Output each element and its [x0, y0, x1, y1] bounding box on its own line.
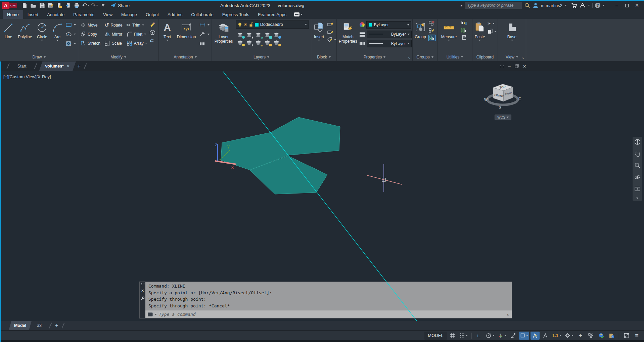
- collapse-search-icon[interactable]: ▸: [461, 4, 463, 7]
- annotation-autoscale-toggle[interactable]: [541, 332, 550, 340]
- edit-attributes-icon[interactable]: [327, 37, 333, 42]
- grid-display-toggle[interactable]: [448, 332, 457, 340]
- isometric-drafting-toggle[interactable]: [497, 332, 507, 340]
- polar-caret[interactable]: [493, 335, 495, 336]
- paste-button[interactable]: Paste: [474, 20, 485, 53]
- layer-on-bulb-icon[interactable]: [238, 22, 242, 27]
- scale-button[interactable]: Scale: [104, 40, 123, 46]
- annotation-visibility-toggle[interactable]: [531, 332, 540, 340]
- layer-dropdown-caret[interactable]: [305, 24, 307, 25]
- cut-icon[interactable]: ✂: [488, 21, 492, 26]
- layer-isolate-button[interactable]: [246, 32, 253, 38]
- table-button[interactable]: [199, 39, 210, 48]
- arc-button[interactable]: Arc: [52, 20, 63, 53]
- linetype-dropdown[interactable]: ByLayer: [367, 40, 412, 47]
- leader-button[interactable]: [199, 30, 210, 38]
- wcs-button[interactable]: WCS: [495, 115, 511, 120]
- erase-icon[interactable]: [149, 21, 156, 28]
- clean-screen-button[interactable]: [622, 332, 631, 340]
- modify-panel-label[interactable]: Modify: [78, 53, 158, 61]
- dim-linear-button[interactable]: [199, 20, 210, 29]
- dimension-button[interactable]: Dimension: [176, 20, 197, 53]
- drawing-controls-grip[interactable]: [500, 65, 504, 67]
- command-window-grip[interactable]: [141, 283, 144, 286]
- undo-dropdown-caret[interactable]: [87, 5, 89, 6]
- layout-tab-a3[interactable]: a3: [32, 321, 47, 330]
- annotation-scale-caret[interactable]: [559, 335, 561, 336]
- line-button[interactable]: Line: [2, 20, 15, 53]
- match-properties-button[interactable]: Match Properties: [339, 20, 357, 53]
- tab-manage[interactable]: Manage: [117, 10, 141, 19]
- help-icon[interactable]: ?: [595, 3, 600, 8]
- tab-home[interactable]: Home: [3, 10, 23, 19]
- hatch-button[interactable]: [65, 39, 76, 48]
- model-space-toggle[interactable]: MODEL: [424, 332, 447, 340]
- isolate-objects-button[interactable]: [586, 332, 595, 340]
- tab-add-ins[interactable]: Add-ins: [163, 10, 187, 19]
- tab-view[interactable]: View: [99, 10, 117, 19]
- create-block-icon[interactable]: [327, 22, 334, 27]
- layer-freeze-button[interactable]: ❄: [255, 32, 262, 38]
- utilities-panel-label[interactable]: Utilities: [438, 53, 472, 61]
- new-drawing-tab-button[interactable]: +: [76, 63, 82, 70]
- layer-thaw-button[interactable]: ☀: [255, 40, 262, 46]
- undo-button[interactable]: ↶: [82, 1, 90, 10]
- viewport-controls-label[interactable]: [−][Custom View][X-Ray]: [3, 74, 51, 79]
- layer-match-button[interactable]: [273, 40, 280, 46]
- dim-linear-caret[interactable]: [208, 24, 210, 26]
- snap-caret[interactable]: [466, 335, 468, 336]
- fillet-button[interactable]: Fillet: [127, 31, 147, 37]
- command-prompt-icon[interactable]: [148, 312, 153, 316]
- groups-panel-label[interactable]: Groups: [413, 53, 437, 61]
- arc-dropdown-caret[interactable]: [56, 40, 58, 41]
- array-button[interactable]: Array: [127, 40, 147, 46]
- ellipse-dropdown-caret[interactable]: [74, 34, 76, 35]
- layer-lock-button[interactable]: [264, 32, 271, 38]
- layer-off-button[interactable]: [237, 32, 244, 38]
- quick-select-icon[interactable]: [461, 20, 468, 26]
- circle-dropdown-caret[interactable]: [41, 40, 43, 41]
- edit-block-icon[interactable]: [327, 29, 334, 35]
- layer-unisolate-button[interactable]: [246, 40, 253, 46]
- move-button[interactable]: Move: [80, 22, 100, 28]
- close-window-button[interactable]: ✕: [632, 1, 642, 10]
- help-dropdown-caret[interactable]: [603, 5, 605, 6]
- layer-thaw-sun-icon[interactable]: ☀: [243, 22, 247, 27]
- drawing-restore-button[interactable]: [515, 64, 519, 68]
- command-input[interactable]: [159, 312, 504, 317]
- navbar-caret[interactable]: [636, 198, 638, 199]
- new-layout-button[interactable]: +: [54, 322, 60, 329]
- viewcube-west[interactable]: W: [484, 97, 488, 101]
- view-panel-label[interactable]: View↘: [498, 53, 526, 61]
- ribbon-display-toggle[interactable]: [294, 10, 303, 19]
- autodesk-logo-icon[interactable]: [580, 3, 586, 8]
- fillet-dropdown-caret[interactable]: [144, 34, 146, 35]
- object-snap-toggle[interactable]: [519, 332, 529, 340]
- measure-button[interactable]: Measure: [440, 20, 458, 53]
- explode-icon[interactable]: [149, 30, 156, 36]
- ortho-mode-toggle[interactable]: ∟: [474, 332, 484, 340]
- recent-commands-caret[interactable]: [155, 314, 157, 315]
- layer-dropdown[interactable]: ☀ Dodecaedro: [236, 20, 309, 29]
- save-settings-button[interactable]: [607, 332, 616, 340]
- lineweight-dropdown[interactable]: ByLayer: [367, 31, 412, 38]
- measure-dropdown-caret[interactable]: [448, 40, 450, 41]
- base-button[interactable]: Base: [505, 20, 519, 53]
- tab-collaborate[interactable]: Collaborate: [187, 10, 218, 19]
- viewcube-east[interactable]: E: [518, 97, 521, 101]
- redo-button[interactable]: ↷: [90, 1, 98, 10]
- group-selection-toggle[interactable]: [428, 35, 436, 41]
- rectangle-button[interactable]: [65, 20, 76, 29]
- navigation-wheel-icon[interactable]: [634, 139, 641, 145]
- annotation-scale-button[interactable]: 1:1: [551, 332, 562, 340]
- text-button[interactable]: A Text: [161, 20, 174, 53]
- layout-tab-model[interactable]: Model: [9, 321, 32, 330]
- isometric-caret[interactable]: [504, 335, 506, 336]
- object-snap-tracking-toggle[interactable]: [509, 332, 518, 340]
- layer-color-swatch[interactable]: [255, 23, 259, 27]
- file-tab-start[interactable]: Start: [11, 61, 32, 71]
- quick-calculator-icon[interactable]: [461, 35, 468, 40]
- minimize-window-button[interactable]: –: [612, 1, 622, 10]
- command-history[interactable]: Command: XLINE Specify a point or [Hor/V…: [145, 282, 512, 310]
- insert-button[interactable]: Insert: [313, 20, 325, 53]
